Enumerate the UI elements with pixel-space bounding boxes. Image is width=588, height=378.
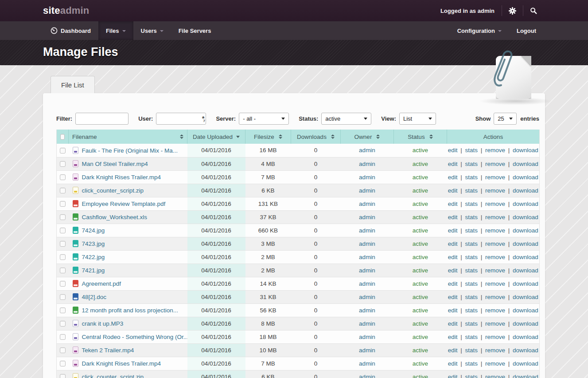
edit-link[interactable]: edit: [448, 294, 458, 300]
view-select[interactable]: List: [399, 113, 436, 125]
stats-link[interactable]: stats: [465, 347, 478, 354]
remove-link[interactable]: remove: [485, 254, 505, 260]
select-all-checkbox[interactable]: [60, 134, 65, 140]
download-link[interactable]: download: [513, 360, 538, 367]
edit-link[interactable]: edit: [448, 187, 458, 194]
column-header-owner[interactable]: Owner: [341, 130, 394, 144]
edit-link[interactable]: edit: [448, 320, 458, 327]
brand-logo[interactable]: siteadmin: [43, 5, 90, 16]
edit-link[interactable]: edit: [448, 174, 458, 181]
server-select[interactable]: - all -: [239, 113, 289, 125]
edit-link[interactable]: edit: [448, 307, 458, 314]
owner-link[interactable]: admin: [359, 214, 375, 220]
owner-link[interactable]: admin: [359, 294, 375, 300]
owner-link[interactable]: admin: [359, 161, 375, 167]
stats-link[interactable]: stats: [465, 280, 478, 287]
edit-link[interactable]: edit: [448, 334, 458, 340]
edit-link[interactable]: edit: [448, 267, 458, 274]
download-link[interactable]: download: [513, 254, 538, 260]
stats-link[interactable]: stats: [465, 360, 478, 367]
row-checkbox[interactable]: [60, 334, 66, 340]
filename-link[interactable]: 7424.jpg: [82, 227, 105, 234]
owner-link[interactable]: admin: [359, 307, 375, 314]
owner-link[interactable]: admin: [359, 187, 375, 194]
filename-link[interactable]: Dark Knight Rises Trailer.mp4: [82, 174, 161, 181]
owner-link[interactable]: admin: [359, 334, 375, 340]
row-checkbox[interactable]: [60, 214, 66, 220]
edit-link[interactable]: edit: [448, 201, 458, 207]
stats-link[interactable]: stats: [465, 214, 478, 220]
filename-link[interactable]: Employee Review Template.pdf: [82, 201, 166, 207]
owner-link[interactable]: admin: [359, 174, 375, 181]
download-link[interactable]: download: [513, 240, 538, 247]
nav-item-users[interactable]: Users: [133, 21, 171, 40]
stats-link[interactable]: stats: [465, 320, 478, 327]
settings-button[interactable]: [502, 0, 523, 21]
show-entries-select[interactable]: 25: [494, 113, 517, 125]
row-checkbox[interactable]: [60, 254, 66, 260]
edit-link[interactable]: edit: [448, 161, 458, 167]
row-checkbox[interactable]: [60, 241, 66, 247]
column-header-date-uploaded[interactable]: Date Uploaded: [187, 130, 245, 144]
edit-link[interactable]: edit: [448, 214, 458, 220]
owner-link[interactable]: admin: [359, 147, 375, 154]
column-header-filesize[interactable]: Filesize: [245, 130, 291, 144]
edit-link[interactable]: edit: [448, 227, 458, 234]
remove-link[interactable]: remove: [485, 374, 505, 378]
row-checkbox[interactable]: [60, 307, 66, 313]
remove-link[interactable]: remove: [485, 347, 505, 354]
stats-link[interactable]: stats: [465, 201, 478, 207]
remove-link[interactable]: remove: [485, 320, 505, 327]
owner-link[interactable]: admin: [359, 201, 375, 207]
download-link[interactable]: download: [513, 187, 538, 194]
stats-link[interactable]: stats: [465, 294, 478, 300]
owner-link[interactable]: admin: [359, 240, 375, 247]
remove-link[interactable]: remove: [485, 187, 505, 194]
status-select[interactable]: active: [321, 113, 371, 125]
remove-link[interactable]: remove: [485, 201, 505, 207]
nav-item-logout[interactable]: Logout: [509, 21, 544, 40]
remove-link[interactable]: remove: [485, 334, 505, 340]
stats-link[interactable]: stats: [465, 161, 478, 167]
nav-item-files[interactable]: Files: [98, 21, 133, 40]
owner-link[interactable]: admin: [359, 227, 375, 234]
row-checkbox[interactable]: [60, 361, 66, 366]
row-checkbox[interactable]: [60, 228, 66, 233]
nav-item-file-servers[interactable]: File Servers: [171, 21, 219, 40]
edit-link[interactable]: edit: [448, 374, 458, 378]
edit-link[interactable]: edit: [448, 147, 458, 154]
download-link[interactable]: download: [513, 294, 538, 300]
filename-link[interactable]: 48[2].doc: [82, 294, 107, 300]
remove-link[interactable]: remove: [485, 360, 505, 367]
owner-link[interactable]: admin: [359, 267, 375, 274]
filename-link[interactable]: Dark Knight Rises Trailer.mp4: [82, 360, 161, 367]
download-link[interactable]: download: [513, 374, 538, 378]
remove-link[interactable]: remove: [485, 267, 505, 274]
owner-link[interactable]: admin: [359, 347, 375, 354]
remove-link[interactable]: remove: [485, 240, 505, 247]
column-header-filename[interactable]: Filename: [69, 130, 187, 144]
download-link[interactable]: download: [513, 214, 538, 220]
filename-link[interactable]: click_counter_script.zip: [82, 374, 144, 378]
stats-link[interactable]: stats: [465, 240, 478, 247]
filename-link[interactable]: 7422.jpg: [82, 254, 105, 260]
row-checkbox[interactable]: [60, 281, 66, 287]
download-link[interactable]: download: [513, 161, 538, 167]
filename-link[interactable]: 7423.jpg: [82, 240, 105, 247]
remove-link[interactable]: remove: [485, 227, 505, 234]
autocomplete-icon[interactable]: *7: [200, 115, 208, 122]
column-header-downloads[interactable]: Downloads: [291, 130, 341, 144]
download-link[interactable]: download: [513, 227, 538, 234]
filename-link[interactable]: click_counter_script.zip: [82, 187, 144, 194]
download-link[interactable]: download: [513, 320, 538, 327]
download-link[interactable]: download: [513, 147, 538, 154]
filter-input[interactable]: [75, 113, 129, 125]
remove-link[interactable]: remove: [485, 147, 505, 154]
owner-link[interactable]: admin: [359, 280, 375, 287]
row-checkbox[interactable]: [60, 268, 66, 273]
filename-link[interactable]: Faulk - The Fire (Original Mix - Ma...: [82, 147, 178, 154]
edit-link[interactable]: edit: [448, 347, 458, 354]
remove-link[interactable]: remove: [485, 307, 505, 314]
owner-link[interactable]: admin: [359, 374, 375, 378]
filename-link[interactable]: Central Rodeo - Something Wrong (Or...: [82, 334, 187, 340]
